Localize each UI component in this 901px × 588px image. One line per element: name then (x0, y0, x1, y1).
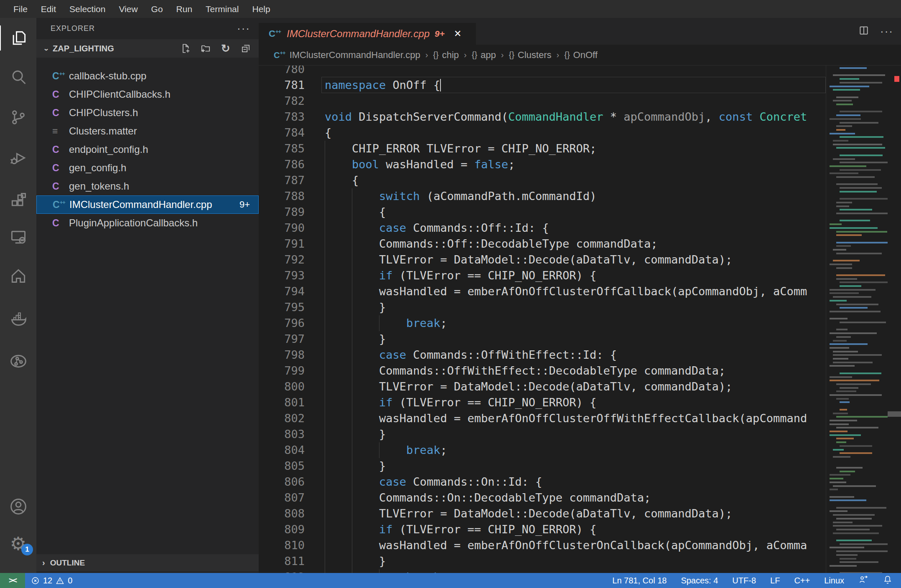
activity-git-graph-icon[interactable] (0, 349, 36, 374)
file-item-PluginApplicationCallbacks.h[interactable]: CPluginApplicationCallbacks.h (36, 214, 259, 232)
refresh-icon[interactable]: ↻ (219, 42, 232, 55)
file-item-CHIPClientCallbacks.h[interactable]: CCHIPClientCallbacks.h (36, 85, 259, 104)
minimap-line (836, 176, 875, 178)
minimap-line (830, 311, 881, 312)
minimap-line (840, 111, 882, 112)
activity-search-icon[interactable] (0, 64, 36, 89)
line-number: 785 (259, 141, 305, 157)
line-number: 783 (259, 109, 305, 125)
breadcrumb-item-OnOff[interactable]: OnOff (573, 50, 598, 61)
status-language-mode[interactable]: C++ (794, 576, 810, 585)
line-number: 781 (259, 77, 305, 93)
tab-bar: C++ IMClusterCommandHandler.cpp 9+ ✕ ··· (259, 18, 901, 45)
menu-item-file[interactable]: File (7, 4, 34, 14)
line-number: 788 (259, 188, 305, 204)
minimap-line (836, 96, 858, 98)
minimap[interactable] (826, 66, 888, 573)
bell-icon[interactable] (883, 575, 893, 587)
menu-item-go[interactable]: Go (145, 4, 170, 14)
scrollbar-slider[interactable] (888, 411, 901, 417)
chevron-right-icon: › (425, 50, 428, 60)
breadcrumb-item-app[interactable]: app (481, 50, 496, 61)
overview-ruler[interactable] (888, 66, 901, 573)
menu-item-edit[interactable]: Edit (34, 4, 63, 14)
menu-item-selection[interactable]: Selection (63, 4, 112, 14)
minimap-line (840, 307, 868, 309)
code-line-797: } (325, 331, 826, 347)
folder-section-header[interactable]: ⌄ ZAP_LIGHTING ↻ (36, 39, 259, 58)
close-icon[interactable]: ✕ (454, 28, 461, 39)
breadcrumb-item-chip[interactable]: chip (442, 50, 459, 61)
file-item-callback-stub.cpp[interactable]: C++callback-stub.cpp (36, 67, 259, 85)
activity-docker-icon[interactable] (0, 306, 36, 331)
feedback-icon[interactable] (858, 575, 868, 587)
menu-item-help[interactable]: Help (245, 4, 277, 14)
minimap-line (830, 332, 877, 334)
activity-settings-gear-icon[interactable]: ⚙1 (0, 531, 36, 556)
status-os[interactable]: Linux (824, 576, 844, 585)
status-cursor-position[interactable]: Ln 781, Col 18 (612, 576, 667, 585)
file-item-gen_tokens.h[interactable]: Cgen_tokens.h (36, 177, 259, 195)
cpp-file-icon: C++ (52, 71, 69, 82)
tab-problems-badge: 9+ (435, 29, 445, 39)
explorer-title: EXPLORER (51, 24, 95, 33)
activity-extensions-icon[interactable] (0, 188, 36, 213)
minimap-line (833, 144, 882, 145)
explorer-header: EXPLORER ··· (36, 18, 259, 39)
activity-home-icon[interactable] (0, 263, 36, 288)
code-line-809: if (TLVError == CHIP_NO_ERROR) { (325, 522, 826, 537)
collapse-all-icon[interactable] (239, 42, 252, 55)
activity-files-icon[interactable] (0, 25, 36, 51)
line-number: 797 (259, 331, 305, 347)
minimap-line (833, 532, 879, 534)
code-line-793: if (TLVError == CHIP_NO_ERROR) { (325, 268, 826, 284)
minimap-line (840, 198, 888, 200)
cpp-file-icon: C++ (274, 50, 285, 60)
menu-item-terminal[interactable]: Terminal (199, 4, 245, 14)
file-item-gen_config.h[interactable]: Cgen_config.h (36, 159, 259, 177)
new-folder-icon[interactable] (199, 42, 212, 55)
minimap-line (830, 510, 848, 512)
menu-item-run[interactable]: Run (170, 4, 199, 14)
minimap-line (833, 362, 873, 363)
activity-account-icon[interactable] (0, 494, 36, 519)
files-icon (10, 29, 28, 47)
line-number: 810 (259, 537, 305, 553)
split-editor-icon[interactable] (858, 25, 869, 38)
breadcrumb-item-file[interactable]: IMClusterCommandHandler.cpp (290, 50, 420, 61)
minimap-line (833, 260, 860, 261)
line-number: 780 (259, 66, 305, 77)
minimap-line (836, 205, 849, 207)
tab-imclustercommandhandler[interactable]: C++ IMClusterCommandHandler.cpp 9+ ✕ (259, 23, 476, 45)
file-item-Clusters.matter[interactable]: ≡Clusters.matter (36, 122, 259, 140)
activity-source-control-icon[interactable] (0, 105, 36, 130)
status-eol[interactable]: LF (770, 576, 780, 585)
file-item-CHIPClusters.h[interactable]: CCHIPClusters.h (36, 104, 259, 122)
more-actions-icon[interactable]: ··· (880, 25, 893, 38)
menu-item-view[interactable]: View (112, 4, 144, 14)
minimap-line (833, 354, 882, 356)
minimap-line (836, 129, 845, 131)
minimap-line (833, 100, 852, 101)
status-encoding[interactable]: UTF-8 (732, 576, 756, 585)
minimap-line (830, 380, 879, 381)
minimap-line (836, 507, 886, 509)
minimap-line (833, 340, 847, 342)
status-indentation[interactable]: Spaces: 4 (681, 576, 718, 585)
git-graph-icon (9, 352, 28, 370)
file-item-endpoint_config.h[interactable]: Cendpoint_config.h (36, 140, 259, 159)
file-problems-badge: 9+ (239, 199, 250, 210)
line-number: 790 (259, 220, 305, 236)
breadcrumb-item-Clusters[interactable]: Clusters (518, 50, 552, 61)
file-item-IMClusterCommandHandler.cpp[interactable]: C++IMClusterCommandHandler.cpp9+ (36, 195, 259, 214)
line-number: 789 (259, 204, 305, 220)
remote-indicator[interactable]: >< (0, 573, 25, 588)
outline-section-header[interactable]: › OUTLINE (36, 554, 259, 571)
activity-run-debug-icon[interactable] (0, 145, 36, 170)
new-file-icon[interactable] (179, 42, 192, 55)
problems-status[interactable]: 12 0 (25, 573, 78, 588)
explorer-more-actions-icon[interactable]: ··· (237, 22, 250, 35)
code-line-806: case Commands::On::Id: { (325, 474, 826, 490)
activity-remote-explorer-icon[interactable] (0, 225, 36, 250)
code-editor[interactable]: 780781namespace OnOff {782783void Dispat… (259, 66, 901, 573)
